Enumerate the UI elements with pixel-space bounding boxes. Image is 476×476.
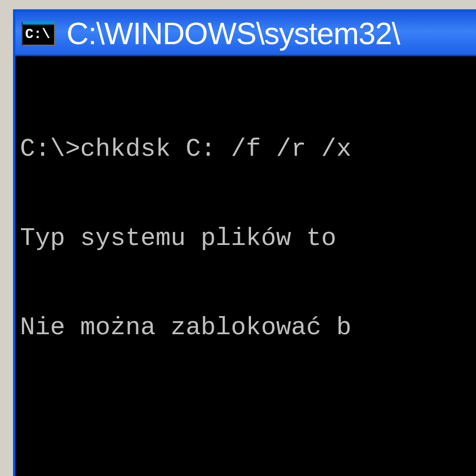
console-output[interactable]: C:\>chkdsk C: /f /r /x Typ systemu plikó… bbox=[15, 56, 476, 476]
console-line: Typ systemu plików to bbox=[20, 224, 476, 253]
window-title: C:\WINDOWS\system32\ bbox=[66, 16, 400, 51]
cmd-icon-label: C:\ bbox=[25, 27, 50, 41]
console-line: Nie można zablokować b bbox=[20, 313, 476, 343]
cmd-icon: C:\ bbox=[22, 21, 55, 46]
command-prompt-window: C:\ C:\WINDOWS\system32\ C:\>chkdsk C: /… bbox=[13, 9, 476, 476]
console-blank-line bbox=[20, 402, 476, 432]
titlebar[interactable]: C:\ C:\WINDOWS\system32\ bbox=[15, 12, 476, 56]
console-line: C:\>chkdsk C: /f /r /x bbox=[20, 134, 476, 164]
